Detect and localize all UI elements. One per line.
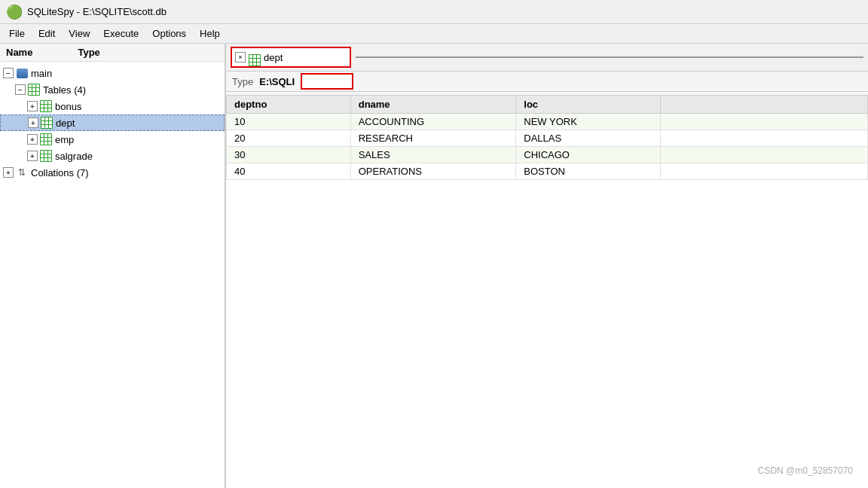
menu-options[interactable]: Options [146, 26, 192, 41]
left-panel: Name Type − main − [0, 44, 226, 488]
expand-main[interactable]: − [3, 68, 14, 78]
expand-bonus[interactable]: + [27, 101, 38, 111]
cell-extra [661, 147, 868, 163]
cell-deptno: 10 [227, 114, 351, 130]
menu-bar: File Edit View Execute Options Help [0, 24, 868, 44]
tree-label-bonus: bonus [55, 101, 81, 112]
main-layout: Name Type − main − [0, 44, 868, 488]
type-value: E:\SQLI [259, 76, 295, 87]
type-area: Type E:\SQLI [226, 72, 868, 92]
cell-dname: OPERATIONS [350, 163, 516, 180]
cell-loc: CHICAGO [516, 147, 661, 163]
tree-node-main[interactable]: − main [0, 65, 225, 81]
tree-label-main: main [31, 68, 52, 79]
tables-icon [27, 84, 41, 96]
menu-help[interactable]: Help [194, 26, 226, 41]
cell-dname: SALES [350, 147, 516, 163]
type-label: Type [232, 76, 253, 87]
emp-table-icon [39, 133, 53, 145]
expand-salgrade[interactable]: + [27, 151, 38, 161]
cell-loc: DALLAS [516, 130, 661, 147]
db-icon [15, 67, 29, 79]
table-row[interactable]: 30SALESCHICAGO [227, 147, 868, 163]
salgrade-table-icon [39, 150, 53, 162]
cell-extra [661, 114, 868, 130]
tree-label-tables: Tables (4) [43, 84, 86, 96]
empty-input-box[interactable] [301, 73, 353, 90]
menu-view[interactable]: View [63, 26, 96, 41]
cell-deptno: 40 [227, 163, 351, 180]
tree-node-salgrade[interactable]: + salgrade [0, 148, 225, 164]
tree-label-salgrade: salgrade [55, 151, 93, 162]
cell-extra [661, 130, 868, 147]
tree-node-emp[interactable]: + emp [0, 131, 225, 148]
col-header-dname[interactable]: dname [350, 96, 516, 114]
watermark: CSDN @m0_52857070 [758, 465, 853, 476]
bonus-table-icon [39, 100, 53, 112]
tree-column-name: Name [6, 47, 32, 58]
tree-column-type: Type [78, 47, 99, 58]
app-icon: 🟢 [6, 4, 23, 20]
cell-loc: BOSTON [516, 163, 661, 180]
data-table: deptno dname loc 10ACCOUNTINGNEW YORK20R… [226, 95, 868, 180]
cell-deptno: 20 [227, 130, 351, 147]
expand-dept[interactable]: + [28, 117, 38, 128]
col-header-loc[interactable]: loc [516, 96, 661, 114]
col-header-extra [661, 96, 868, 114]
table-row[interactable]: 20RESEARCHDALLAS [227, 130, 868, 147]
tree-header: Name Type [0, 44, 225, 62]
tree-node-tables[interactable]: − Tables (4) [0, 81, 225, 98]
collations-icon: ⇅ [15, 166, 29, 178]
toolbar-area: × dept [226, 44, 868, 72]
cell-deptno: 30 [227, 147, 351, 163]
menu-execute[interactable]: Execute [97, 26, 145, 41]
table-row[interactable]: 10ACCOUNTINGNEW YORK [227, 114, 868, 130]
tab-dept[interactable]: × dept [231, 47, 351, 68]
tree-area: − main − Tables (4) [0, 62, 225, 488]
cell-extra [661, 163, 868, 180]
tree-node-collations[interactable]: + ⇅ Collations (7) [0, 164, 225, 181]
cell-dname: ACCOUNTING [350, 114, 516, 130]
expand-collations[interactable]: + [3, 167, 14, 178]
table-row[interactable]: 40OPERATIONSBOSTON [227, 163, 868, 180]
right-panel: × dept Type E:\SQLI [226, 44, 868, 488]
toolbar-line [356, 56, 863, 58]
col-header-deptno[interactable]: deptno [227, 96, 351, 114]
expand-emp[interactable]: + [27, 134, 38, 145]
data-grid-container: deptno dname loc 10ACCOUNTINGNEW YORK20R… [226, 95, 868, 488]
cell-loc: NEW YORK [516, 114, 661, 130]
menu-edit[interactable]: Edit [32, 26, 61, 41]
tree-label-emp: emp [55, 134, 74, 145]
cell-dname: RESEARCH [350, 130, 516, 147]
tree-node-bonus[interactable]: + bonus [0, 98, 225, 114]
dept-table-icon [40, 117, 53, 129]
expand-tables[interactable]: − [15, 84, 26, 95]
tab-close-button[interactable]: × [235, 52, 246, 63]
tab-label: dept [264, 52, 294, 63]
tree-node-dept[interactable]: + dept [0, 114, 225, 131]
menu-file[interactable]: File [3, 26, 31, 41]
tree-label-dept: dept [56, 117, 75, 129]
window-title: SQLiteSpy - E:\SQLITE\scott.db [27, 6, 167, 17]
tree-label-collations: Collations (7) [31, 167, 89, 178]
title-bar: 🟢 SQLiteSpy - E:\SQLITE\scott.db [0, 0, 868, 24]
table-body: 10ACCOUNTINGNEW YORK20RESEARCHDALLAS30SA… [227, 114, 868, 180]
tab-table-icon [249, 48, 261, 66]
table-header: deptno dname loc [227, 96, 868, 114]
